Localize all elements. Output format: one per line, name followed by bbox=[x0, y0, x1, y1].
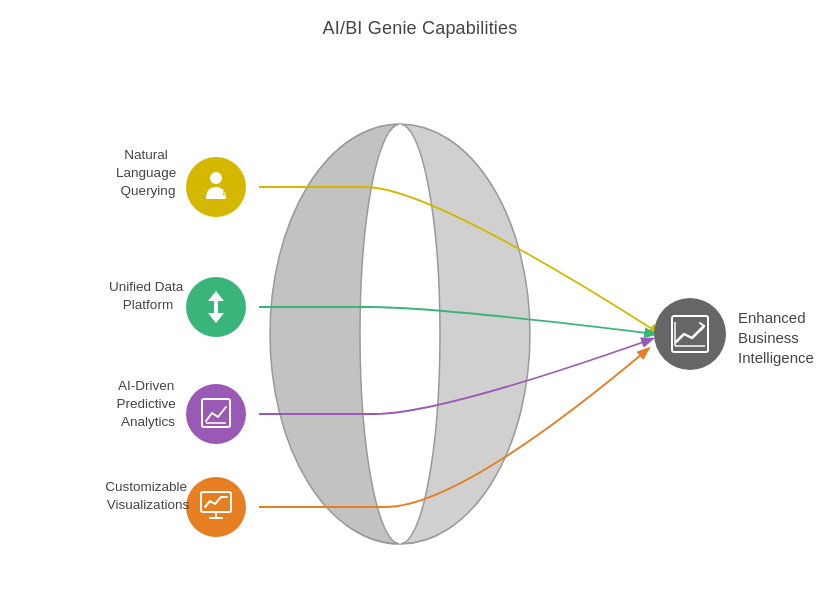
svg-point-15 bbox=[186, 384, 246, 444]
svg-marker-13 bbox=[208, 301, 224, 323]
svg-point-8 bbox=[210, 172, 222, 184]
page-title: AI/BI Genie Capabilities bbox=[323, 18, 518, 39]
svg-marker-12 bbox=[208, 291, 224, 313]
diagram-area: Enhanced Business Intelligence ? Natural… bbox=[0, 39, 840, 602]
svg-point-1 bbox=[654, 298, 726, 370]
svg-rect-2 bbox=[670, 314, 710, 354]
svg-point-11 bbox=[186, 277, 246, 337]
svg-text:?: ? bbox=[220, 183, 228, 198]
svg-text:Customizable
        Visualiza: Customizable Visualizations bbox=[105, 479, 191, 512]
svg-point-7 bbox=[186, 157, 246, 217]
svg-point-19 bbox=[186, 477, 246, 537]
svg-text:Unified Data
        Platform: Unified Data Platform bbox=[109, 279, 187, 312]
svg-text:AI-Driven
        Predictive
 : AI-Driven Predictive Analytics bbox=[116, 378, 179, 429]
diagram-svg: Enhanced Business Intelligence ? Natural… bbox=[0, 39, 840, 579]
svg-rect-20 bbox=[201, 492, 231, 512]
svg-text:Natural
        Language
     : Natural Language Querying bbox=[116, 147, 180, 198]
svg-rect-16 bbox=[202, 399, 230, 427]
page-container: AI/BI Genie Capabilities bbox=[0, 0, 840, 602]
svg-rect-3 bbox=[672, 316, 708, 352]
svg-text:Enhanced
        Business
    : Enhanced Business Intelligence bbox=[738, 309, 814, 366]
